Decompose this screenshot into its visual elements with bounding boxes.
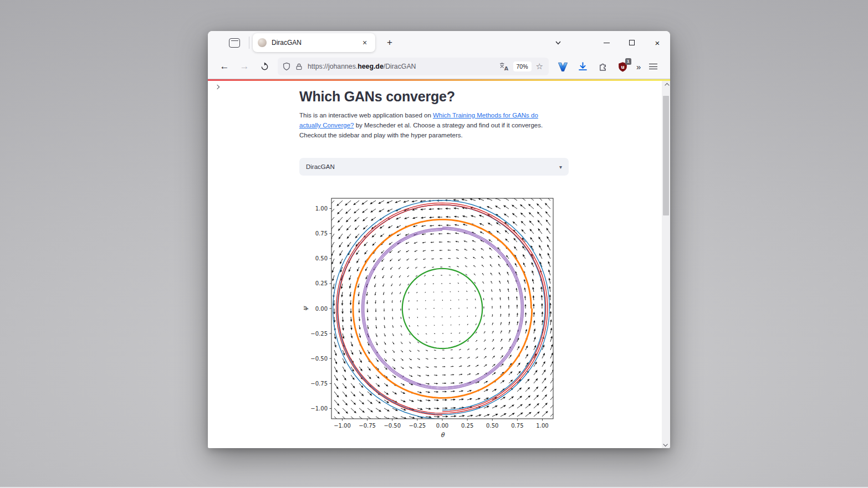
- minimize-button[interactable]: [594, 31, 619, 54]
- back-button[interactable]: ←: [217, 59, 232, 74]
- tab-bar: DiracGAN × + ×: [208, 31, 670, 54]
- hamburger-menu-icon[interactable]: [649, 64, 657, 69]
- ublock-badge: 1: [625, 58, 631, 65]
- svg-text:−0.25: −0.25: [409, 423, 426, 429]
- scrollbar-up-arrow[interactable]: [662, 81, 670, 89]
- svg-text:−1.00: −1.00: [334, 423, 351, 429]
- tab-diracgan[interactable]: DiracGAN ×: [253, 33, 375, 52]
- list-all-tabs-icon[interactable]: [552, 36, 565, 49]
- open-sidebar-chevron-icon[interactable]: [216, 85, 219, 89]
- svg-text:0.00: 0.00: [436, 423, 448, 429]
- zoom-level-indicator[interactable]: 70%: [513, 61, 532, 71]
- scrollbar-down-arrow[interactable]: [662, 440, 670, 448]
- overflow-menu-icon[interactable]: »: [636, 62, 640, 71]
- site-favicon: [258, 38, 267, 47]
- svg-text:−0.25: −0.25: [310, 331, 328, 337]
- svg-text:−1.00: −1.00: [310, 405, 328, 412]
- tab-title: DiracGAN: [272, 39, 359, 47]
- svg-text:0.00: 0.00: [315, 306, 328, 312]
- svg-text:0.50: 0.50: [315, 255, 328, 261]
- trajectories: [333, 201, 550, 419]
- svg-text:0.75: 0.75: [315, 230, 328, 237]
- new-tab-button[interactable]: +: [383, 36, 396, 49]
- svg-text:0.75: 0.75: [511, 423, 523, 429]
- intro-paragraph: This is an interactive web application b…: [299, 110, 561, 140]
- svg-text:−0.75: −0.75: [359, 423, 376, 429]
- bookmark-star-icon[interactable]: ☆: [536, 61, 543, 71]
- translate-icon[interactable]: A: [499, 62, 509, 71]
- ublock-letter: u: [621, 64, 624, 69]
- trajectory-blue: [333, 201, 550, 419]
- svg-text:1.00: 1.00: [536, 423, 548, 429]
- tab-separator: [249, 37, 249, 49]
- trajectory-purple: [362, 227, 524, 389]
- strategy-selectbox[interactable]: DiracGAN ▾: [299, 158, 569, 176]
- forward-button[interactable]: →: [237, 59, 252, 74]
- url-text[interactable]: https://johannes.heeg.de/DiracGAN: [308, 63, 499, 70]
- close-window-button[interactable]: ×: [645, 31, 670, 54]
- x-axis-label: θ: [441, 432, 445, 439]
- svg-text:0.50: 0.50: [486, 423, 498, 429]
- maximize-button[interactable]: [619, 31, 645, 54]
- ublock-origin-icon[interactable]: u 1: [616, 60, 629, 73]
- page-scrollbar[interactable]: [662, 81, 670, 448]
- tab-close-icon[interactable]: ×: [359, 37, 370, 48]
- url-bar[interactable]: https://johannes.heeg.de/DiracGAN A 70% …: [278, 58, 549, 75]
- svg-text:0.25: 0.25: [461, 423, 473, 429]
- extensions-puzzle-icon[interactable]: [596, 60, 609, 73]
- page-content: Which GANs converge? This is an interact…: [208, 81, 662, 448]
- browser-window: DiracGAN × + × ← →: [208, 31, 670, 448]
- lock-icon[interactable]: [295, 63, 303, 71]
- svg-text:−0.50: −0.50: [310, 356, 328, 362]
- svg-text:0.25: 0.25: [315, 280, 328, 286]
- scrollbar-thumb[interactable]: [663, 96, 669, 215]
- svg-text:A: A: [504, 65, 508, 71]
- trajectory-orange: [353, 219, 532, 398]
- svg-text:1.00: 1.00: [315, 206, 328, 212]
- navigation-toolbar: ← → https://johannes.heeg.de/DiracGAN A …: [208, 54, 670, 79]
- shield-icon[interactable]: [282, 62, 291, 71]
- vimium-extension-icon[interactable]: [556, 60, 569, 73]
- page-title: Which GANs converge?: [299, 89, 455, 105]
- reload-button[interactable]: [257, 59, 272, 74]
- svg-text:−0.50: −0.50: [384, 423, 401, 429]
- chevron-down-icon: ▾: [559, 164, 562, 170]
- svg-text:−0.75: −0.75: [310, 381, 328, 387]
- downloads-icon[interactable]: [576, 60, 589, 73]
- selectbox-value: DiracGAN: [306, 163, 559, 170]
- firefox-view-icon[interactable]: [229, 38, 240, 48]
- y-axis-label: ψ: [302, 306, 309, 311]
- vector-field-plot: −1.00−0.75−0.50−0.250.000.250.500.751.00…: [299, 193, 576, 448]
